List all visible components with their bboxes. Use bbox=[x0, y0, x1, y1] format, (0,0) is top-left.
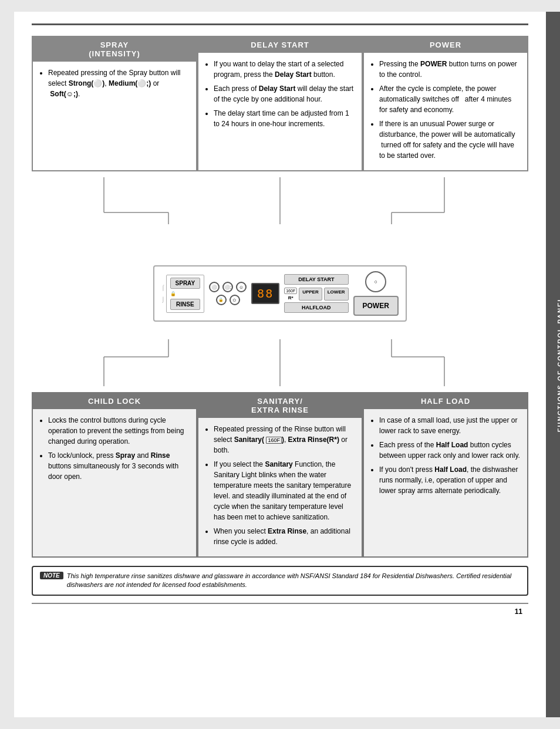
spray-header: SPRAY(INTENSITY) bbox=[33, 37, 196, 62]
halfload-bullet-1: In case of a small load, use just the up… bbox=[379, 415, 520, 436]
note-text: This high temperature rinse sanitizes di… bbox=[67, 572, 520, 590]
lock-icon: 🔒 bbox=[170, 291, 176, 296]
halfload-box: HALF LOAD In case of a small load, use j… bbox=[363, 392, 528, 558]
rinse-button[interactable]: RINSE bbox=[170, 299, 201, 310]
spray-bullet-1: Repeated pressing of the Spray button wi… bbox=[48, 68, 189, 99]
bottom-connector-lines bbox=[32, 339, 528, 386]
child-lock-body: Locks the control buttons during cycle o… bbox=[33, 409, 196, 491]
bottom-section: CHILD LOCK Locks the control buttons dur… bbox=[32, 392, 528, 558]
child-bullet-1: Locks the control buttons during cycle o… bbox=[48, 415, 189, 447]
icon-circle-1: ⚪ bbox=[209, 282, 220, 292]
spray-rinse-group: ⌠ ⌡ SPRAY 🔒 RINSE bbox=[161, 275, 204, 313]
top-icons: ⚪ ⚪; ☺ bbox=[209, 282, 247, 292]
temp-label: 160F bbox=[284, 288, 297, 294]
delay-bullet-2: Each press of Delay Start will delay the… bbox=[214, 83, 355, 104]
right-buttons-group: DELAY START 160F R* UPPER LOWER HALFLOAD bbox=[284, 274, 348, 313]
page: FUNCTIONS OF CONTROL PANEL SPRAY(INTENSI… bbox=[14, 12, 546, 717]
side-tab: FUNCTIONS OF CONTROL PANEL bbox=[546, 12, 560, 717]
control-panel: ⌠ ⌡ SPRAY 🔒 RINSE ⚪ bbox=[153, 265, 407, 322]
sanitary-bullet-1: Repeated pressing of the Rinse button wi… bbox=[214, 424, 355, 455]
power-box: POWER Pressing the POWER button turns on… bbox=[363, 36, 528, 171]
spray-box: SPRAY(INTENSITY) Repeated pressing of th… bbox=[32, 36, 197, 171]
halfload-bullet-2: Each press of the Half Load button cycle… bbox=[379, 440, 520, 461]
delay-bullet-3: The delay start time can be adjusted fro… bbox=[214, 108, 355, 129]
temp-r-labels: 160F R* bbox=[284, 288, 297, 301]
power-bullet-2: After the cycle is complete, the power a… bbox=[379, 83, 520, 115]
r-star-label: R* bbox=[288, 295, 294, 301]
note-label: NOTE bbox=[40, 572, 63, 579]
halfload-bullet-3: If you don't press Half Load, the dishwa… bbox=[379, 464, 520, 496]
halfload-header: HALF LOAD bbox=[364, 393, 527, 409]
child-bullet-2: To lock/unlock, press Spray and Rinse bu… bbox=[48, 450, 189, 482]
delay-bullet-1: If you want to delay the start of a sele… bbox=[214, 59, 355, 80]
top-divider bbox=[32, 23, 528, 25]
panel-display: 88 bbox=[251, 283, 279, 304]
sanitary-box: SANITARY/EXTRA RINSE Repeated pressing o… bbox=[197, 392, 363, 558]
upper-button[interactable]: UPPER bbox=[299, 288, 322, 301]
child-lock-box: CHILD LOCK Locks the control buttons dur… bbox=[32, 392, 197, 558]
panel-wrapper: ⌠ ⌡ SPRAY 🔒 RINSE ⚪ bbox=[32, 177, 528, 386]
lower-button[interactable]: LOWER bbox=[324, 288, 349, 301]
spray-body: Repeated pressing of the Spray button wi… bbox=[33, 62, 196, 109]
icon-cluster: ⚪ ⚪; ☺ 🔒 ✩ bbox=[209, 282, 247, 305]
halfload-button[interactable]: HALFLOAD bbox=[284, 302, 348, 313]
star-icon: ✩ bbox=[230, 295, 240, 305]
top-section: SPRAY(INTENSITY) Repeated pressing of th… bbox=[32, 36, 528, 171]
lock-circle-icon: 🔒 bbox=[216, 295, 227, 305]
power-bullet-3: If there is an unusual Power surge or di… bbox=[379, 119, 520, 161]
lower-panel-btns: 160F R* UPPER LOWER bbox=[284, 288, 348, 301]
bracket-group: ⌠ ⌡ bbox=[161, 285, 164, 302]
delay-start-button[interactable]: DELAY START bbox=[284, 274, 348, 285]
power-group: ○ POWER bbox=[353, 271, 399, 316]
delay-body: If you want to delay the start of a sele… bbox=[198, 53, 362, 139]
power-bullet-1: Pressing the POWER button turns on power… bbox=[379, 59, 520, 80]
side-tab-text: FUNCTIONS OF CONTROL PANEL bbox=[556, 296, 560, 432]
sanitary-body: Repeated pressing of the Rinse button wi… bbox=[198, 418, 362, 556]
child-lock-header: CHILD LOCK bbox=[33, 393, 196, 409]
power-button[interactable]: POWER bbox=[353, 296, 399, 316]
spray-button[interactable]: SPRAY bbox=[170, 278, 201, 289]
delay-box: DELAY START If you want to delay the sta… bbox=[197, 36, 363, 171]
spray-rinse-buttons: SPRAY 🔒 RINSE bbox=[166, 275, 205, 313]
halfload-body: In case of a small load, use just the up… bbox=[364, 409, 527, 505]
sanitary-bullet-3: When you select Extra Rinse, an addition… bbox=[214, 526, 355, 547]
icon-circle-2: ⚪; bbox=[222, 282, 233, 292]
panel-area: ⌠ ⌡ SPRAY 🔒 RINSE ⚪ bbox=[32, 248, 528, 339]
connector-lines bbox=[32, 177, 528, 248]
power-header: POWER bbox=[364, 37, 527, 53]
icon-circle-3: ☺ bbox=[236, 282, 247, 292]
page-number: 11 bbox=[32, 603, 528, 616]
note-section: NOTE This high temperature rinse sanitiz… bbox=[32, 566, 528, 596]
power-body: Pressing the POWER button turns on power… bbox=[364, 53, 527, 170]
lock-indicator: 🔒 bbox=[170, 291, 201, 296]
delay-header: DELAY START bbox=[198, 37, 362, 53]
sanitary-header: SANITARY/EXTRA RINSE bbox=[198, 393, 362, 418]
bottom-icons: 🔒 ✩ bbox=[216, 295, 240, 305]
sanitary-bullet-2: If you select the Sanitary Function, the… bbox=[214, 459, 355, 522]
power-circle-icon: ○ bbox=[365, 271, 386, 292]
